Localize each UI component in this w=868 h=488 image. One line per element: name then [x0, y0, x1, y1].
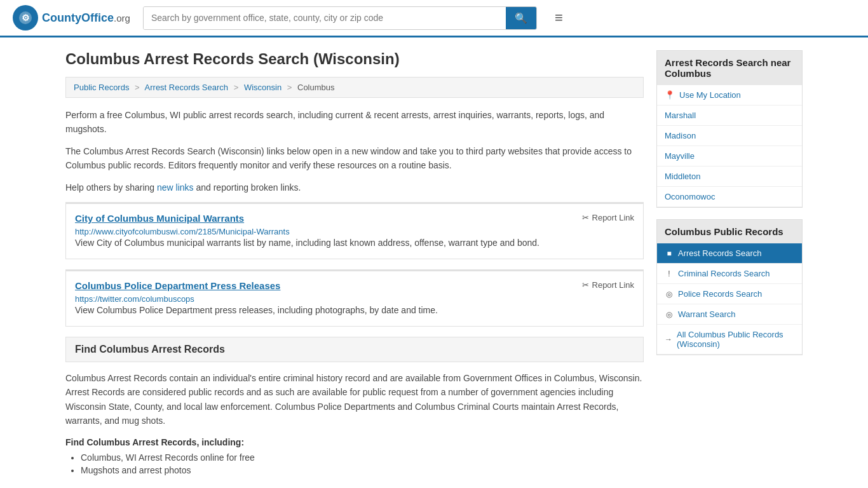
- sidebar-link-label-all: All Columbus Public Records (Wisconsin): [677, 330, 794, 349]
- scissors-icon-2: ✂: [582, 280, 589, 290]
- main-container: Columbus Arrest Records Search (Wisconsi…: [53, 37, 815, 488]
- sidebar-link-label-criminal: Criminal Records Search: [678, 269, 770, 278]
- sidebar-nearby-heading: Arrest Records Search near Columbus: [657, 51, 802, 85]
- search-bar: 🔍: [143, 6, 537, 30]
- criminal-records-icon: !: [665, 269, 674, 278]
- page-title: Columbus Arrest Records Search (Wisconsi…: [65, 50, 644, 68]
- breadcrumb-sep-1: >: [135, 83, 140, 92]
- location-label-madison: Madison: [665, 131, 696, 140]
- location-label-middleton: Middleton: [665, 172, 700, 181]
- sidebar-link-warrant-search[interactable]: ◎ Warrant Search: [657, 304, 802, 325]
- link-card-header-1: City of Columbus Municipal Warrants ✂ Re…: [75, 213, 634, 224]
- logo[interactable]: ⚙ CountyOffice.org: [13, 5, 130, 30]
- breadcrumb-link-public-records[interactable]: Public Records: [74, 83, 129, 92]
- new-links-link[interactable]: new links: [157, 182, 194, 193]
- report-link-label-1: Report Link: [592, 213, 634, 222]
- link-card-desc-2: View Columbus Police Department press re…: [75, 304, 634, 317]
- location-label-mayville: Mayville: [665, 151, 695, 161]
- link-card-municipal-warrants: City of Columbus Municipal Warrants ✂ Re…: [65, 202, 644, 259]
- sidebar-link-label-warrant: Warrant Search: [678, 309, 736, 319]
- link-card-url-1[interactable]: http://www.cityofcolumbuswi.com/2185/Mun…: [75, 227, 290, 236]
- sidebar: Arrest Records Search near Columbus 📍 Us…: [656, 50, 803, 478]
- sidebar-link-label-police: Police Records Search: [678, 289, 762, 299]
- police-records-icon: ◎: [665, 290, 674, 299]
- report-link-label-2: Report Link: [592, 280, 634, 290]
- location-label-marshall: Marshall: [665, 111, 696, 120]
- location-pin-icon: 📍: [665, 90, 675, 100]
- sidebar-link-all-public-records[interactable]: → All Columbus Public Records (Wisconsin…: [657, 325, 802, 355]
- find-section-header: Find Columbus Arrest Records: [65, 337, 644, 362]
- hamburger-menu-button[interactable]: ≡: [550, 7, 568, 29]
- sidebar-link-arrest-records[interactable]: ■ Arrest Records Search: [657, 243, 802, 264]
- sidebar-public-records-box: Columbus Public Records ■ Arrest Records…: [656, 219, 803, 355]
- svg-text:⚙: ⚙: [22, 13, 30, 23]
- search-input[interactable]: [144, 7, 506, 29]
- logo-text: CountyOffice.org: [42, 11, 130, 25]
- link-card-header-2: Columbus Police Department Press Release…: [75, 280, 634, 291]
- sidebar-location-madison[interactable]: Madison: [657, 126, 802, 146]
- sidebar-use-my-location[interactable]: 📍 Use My Location: [657, 85, 802, 105]
- link-card-title-2[interactable]: Columbus Police Department Press Release…: [75, 280, 280, 291]
- report-link-button-1[interactable]: ✂ Report Link: [582, 213, 634, 222]
- intro-para-3: Help others by sharing new links and rep…: [65, 180, 644, 194]
- list-item-0: Columbus, WI Arrest Records online for f…: [81, 452, 644, 463]
- arrest-records-icon: ■: [665, 249, 674, 258]
- breadcrumb-link-wisconsin[interactable]: Wisconsin: [244, 83, 281, 92]
- location-label-oconomowoc: Oconomowoc: [665, 192, 715, 201]
- sidebar-link-criminal-records[interactable]: ! Criminal Records Search: [657, 264, 802, 284]
- sidebar-location-marshall[interactable]: Marshall: [657, 105, 802, 126]
- intro-para-2: The Columbus Arrest Records Search (Wisc…: [65, 144, 644, 173]
- link-card-url-2[interactable]: https://twitter.com/columbuscops: [75, 294, 194, 304]
- find-section-list: Columbus, WI Arrest Records online for f…: [65, 452, 644, 475]
- sidebar-location-oconomowoc[interactable]: Oconomowoc: [657, 187, 802, 207]
- intro-para-1: Perform a free Columbus, WI public arres…: [65, 108, 644, 137]
- sidebar-nearby-box: Arrest Records Search near Columbus 📍 Us…: [656, 50, 803, 208]
- sidebar-public-records-heading: Columbus Public Records: [657, 220, 802, 243]
- report-link-button-2[interactable]: ✂ Report Link: [582, 280, 634, 290]
- find-section-title: Find Columbus Arrest Records: [75, 344, 634, 355]
- find-section-body: Columbus Arrest Records contain an indiv…: [65, 371, 644, 428]
- breadcrumb: Public Records > Arrest Records Search >…: [65, 77, 644, 98]
- sidebar-link-police-records[interactable]: ◎ Police Records Search: [657, 284, 802, 304]
- link-card-press-releases: Columbus Police Department Press Release…: [65, 269, 644, 327]
- sidebar-location-middleton[interactable]: Middleton: [657, 166, 802, 187]
- breadcrumb-sep-3: >: [287, 83, 292, 92]
- search-button[interactable]: 🔍: [506, 7, 536, 29]
- content-area: Columbus Arrest Records Search (Wisconsi…: [65, 50, 644, 478]
- find-section-sub-heading: Find Columbus Arrest Records, including:: [65, 437, 644, 447]
- logo-icon: ⚙: [13, 5, 38, 30]
- scissors-icon: ✂: [582, 213, 589, 222]
- link-card-desc-1: View City of Columbus municipal warrants…: [75, 236, 634, 250]
- breadcrumb-current: Columbus: [297, 83, 335, 92]
- breadcrumb-sep-2: >: [234, 83, 239, 92]
- sidebar-link-label-arrest: Arrest Records Search: [678, 248, 762, 258]
- use-my-location-label: Use My Location: [679, 90, 741, 100]
- breadcrumb-link-arrest-records[interactable]: Arrest Records Search: [145, 83, 229, 92]
- list-item-1: Mugshots and arrest photos: [81, 465, 644, 475]
- site-header: ⚙ CountyOffice.org 🔍 ≡: [0, 0, 868, 37]
- link-card-title-1[interactable]: City of Columbus Municipal Warrants: [75, 213, 244, 224]
- sidebar-location-mayville[interactable]: Mayville: [657, 146, 802, 166]
- warrant-search-icon: ◎: [665, 310, 674, 319]
- all-records-arrow-icon: →: [665, 335, 672, 344]
